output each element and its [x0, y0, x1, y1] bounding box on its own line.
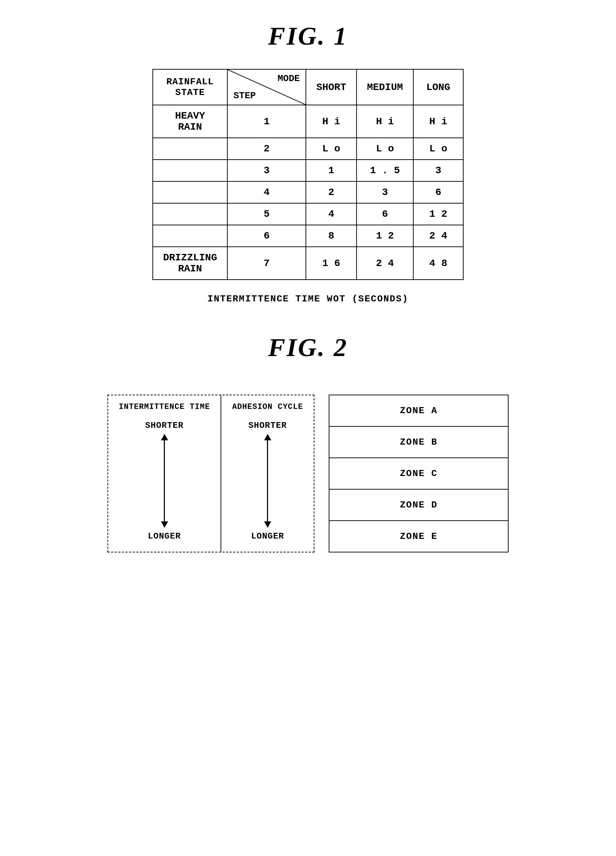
zone-e: ZONE E: [329, 521, 508, 552]
adhesion-col: ADHESION CYCLE SHORTER LONGER: [221, 395, 314, 552]
medium-cell: H i: [356, 105, 413, 138]
rainfall-cell: [153, 225, 227, 247]
step-cell: 5: [227, 203, 306, 225]
short-cell: 4: [306, 203, 356, 225]
step-cell: 2: [227, 138, 306, 160]
arrow-shaft-2: [267, 440, 268, 521]
arrow-up-1: [161, 434, 168, 440]
step-cell: 7: [227, 247, 306, 280]
fig2-content: INTERMITTENCE TIME SHORTER LONGER ADHESI…: [108, 395, 508, 553]
long-cell: L o: [413, 138, 463, 160]
double-arrow-2: [264, 434, 271, 528]
step-cell: 1: [227, 105, 306, 138]
medium-cell: 1 2: [356, 225, 413, 247]
rainfall-cell: [153, 160, 227, 182]
table-row: 6 8 1 2 2 4: [153, 225, 463, 247]
medium-cell: 3: [356, 182, 413, 203]
longer-label-2: LONGER: [251, 531, 284, 541]
medium-header: MEDIUM: [356, 69, 413, 105]
fig1-table-wrapper: RAINFALL STATE MODE STEP SHORT MEDIUM LO…: [152, 69, 464, 280]
arrow-shaft-1: [164, 440, 165, 521]
table-row: 2 L o L o L o: [153, 138, 463, 160]
long-header: LONG: [413, 69, 463, 105]
table-caption: INTERMITTENCE TIME WOT (SECONDS): [207, 294, 408, 304]
svg-line-0: [228, 70, 306, 105]
shorter-label-2: SHORTER: [248, 421, 287, 430]
fig1-title: FIG. 1: [268, 22, 348, 51]
longer-label-1: LONGER: [148, 531, 181, 541]
fig2-section: FIG. 2 INTERMITTENCE TIME SHORTER LONGER: [29, 333, 587, 553]
long-cell: 4 8: [413, 247, 463, 280]
table-row: 3 1 1 . 5 3: [153, 160, 463, 182]
long-cell: 3: [413, 160, 463, 182]
adhesion-arrow: SHORTER LONGER: [248, 417, 287, 545]
rainfall-cell: HEAVY RAIN: [153, 105, 227, 138]
short-header: SHORT: [306, 69, 356, 105]
step-cell: 3: [227, 160, 306, 182]
rainfall-state-header: RAINFALL STATE: [153, 69, 227, 105]
zone-c: ZONE C: [329, 458, 508, 490]
left-panel: INTERMITTENCE TIME SHORTER LONGER ADHESI…: [108, 395, 315, 553]
table-row: DRIZZLING RAIN 7 1 6 2 4 4 8: [153, 247, 463, 280]
short-cell: 1 6: [306, 247, 356, 280]
arrow-up-2: [264, 434, 271, 440]
rainfall-table: RAINFALL STATE MODE STEP SHORT MEDIUM LO…: [152, 69, 464, 280]
table-row: 5 4 6 1 2: [153, 203, 463, 225]
short-cell: 2: [306, 182, 356, 203]
medium-cell: 6: [356, 203, 413, 225]
fig2-title: FIG. 2: [268, 333, 348, 362]
medium-cell: L o: [356, 138, 413, 160]
long-cell: 2 4: [413, 225, 463, 247]
zone-d: ZONE D: [329, 490, 508, 521]
step-cell: 4: [227, 182, 306, 203]
short-cell: 8: [306, 225, 356, 247]
mode-step-header: MODE STEP: [227, 69, 306, 105]
zones-panel: ZONE A ZONE B ZONE C ZONE D ZONE E: [329, 395, 508, 553]
arrow-down-1: [161, 521, 168, 528]
intermittence-header: INTERMITTENCE TIME: [119, 402, 210, 411]
adhesion-header: ADHESION CYCLE: [232, 402, 303, 411]
table-row: 4 2 3 6: [153, 182, 463, 203]
short-cell: L o: [306, 138, 356, 160]
double-arrow-1: [161, 434, 168, 528]
rainfall-cell: [153, 138, 227, 160]
intermittence-col: INTERMITTENCE TIME SHORTER LONGER: [108, 395, 221, 552]
medium-cell: 1 . 5: [356, 160, 413, 182]
short-cell: H i: [306, 105, 356, 138]
long-cell: 6: [413, 182, 463, 203]
table-row: HEAVY RAIN 1 H i H i H i: [153, 105, 463, 138]
intermittence-arrow: SHORTER LONGER: [145, 417, 184, 545]
shorter-label-1: SHORTER: [145, 421, 184, 430]
zone-a: ZONE A: [329, 395, 508, 427]
short-cell: 1: [306, 160, 356, 182]
step-cell: 6: [227, 225, 306, 247]
rainfall-cell: [153, 203, 227, 225]
zone-b: ZONE B: [329, 427, 508, 458]
rainfall-cell: [153, 182, 227, 203]
medium-cell: 2 4: [356, 247, 413, 280]
rainfall-cell: DRIZZLING RAIN: [153, 247, 227, 280]
arrow-down-2: [264, 521, 271, 528]
long-cell: 1 2: [413, 203, 463, 225]
long-cell: H i: [413, 105, 463, 138]
